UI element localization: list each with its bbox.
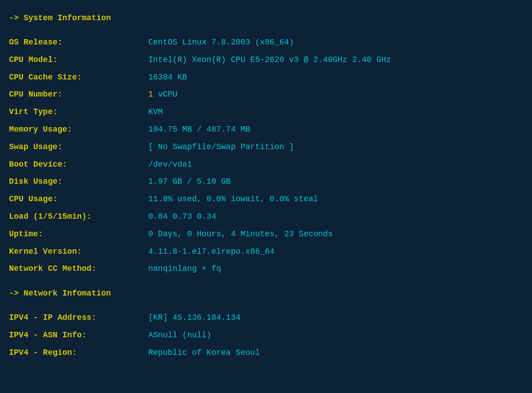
table-row: Memory Usage: 104.75 MB / 487.74 MB	[9, 123, 523, 136]
os-release-value: CentOS Linux 7.8.2003 (x86_64)	[148, 36, 294, 49]
load-label: Load (1/5/15min):	[9, 210, 148, 223]
swap-usage-label: Swap Usage:	[9, 141, 148, 154]
cpu-number-label: CPU Number:	[9, 88, 148, 101]
ipv4-region-value: Republic of Korea Seoul	[148, 346, 260, 359]
table-row: CPU Number: 1 vCPU	[9, 88, 523, 101]
table-row: IPV4 - ASN Info: ASnull (null)	[9, 329, 523, 342]
ipv4-asn-value: ASnull (null)	[148, 329, 211, 342]
cpu-model-value: Intel(R) Xeon(R) CPU E5-2620 v3 @ 2.40GH…	[148, 53, 391, 66]
virt-type-label: Virt Type:	[9, 106, 148, 119]
network-cc-label: Network CC Method:	[9, 262, 148, 275]
table-row: IPV4 - Region: Republic of Korea Seoul	[9, 346, 523, 359]
load-value: 0.84 0.73 0.34	[148, 210, 216, 223]
disk-usage-label: Disk Usage:	[9, 175, 148, 188]
network-cc-value: nanqinlang + fq	[148, 262, 221, 275]
cpu-usage-value: 11.8% used, 0.0% iowait, 0.0% steal	[148, 193, 318, 206]
cpu-cache-value: 16384 KB	[148, 71, 187, 84]
table-row: Kernel Version: 4.11.8-1.el7.elrepo.x86_…	[9, 245, 523, 258]
disk-usage-value: 1.97 GB / 5.10 GB	[148, 175, 231, 188]
uptime-label: Uptime:	[9, 228, 148, 241]
system-info-section: -> System Information OS Release: CentOS…	[9, 13, 523, 275]
table-row: Boot Device: /dev/vda1	[9, 158, 523, 171]
cpu-model-label: CPU Model:	[9, 53, 148, 66]
table-row: Swap Usage: [ No Swapfile/Swap Partition…	[9, 141, 523, 154]
table-row: Network CC Method: nanqinlang + fq	[9, 262, 523, 275]
cpu-usage-label: CPU Usage:	[9, 193, 148, 206]
ipv4-address-label: IPV4 - IP Address:	[9, 311, 148, 324]
uptime-value: 0 Days, 0 Hours, 4 Minutes, 23 Seconds	[148, 228, 332, 241]
ipv4-address-value: [KR] 45.136.184.134	[148, 311, 240, 324]
swap-usage-value: [ No Swapfile/Swap Partition ]	[148, 141, 294, 154]
boot-device-value: /dev/vda1	[148, 158, 192, 171]
table-row: OS Release: CentOS Linux 7.8.2003 (x86_6…	[9, 36, 523, 49]
table-row: Virt Type: KVM	[9, 106, 523, 119]
table-row: CPU Usage: 11.8% used, 0.0% iowait, 0.0%…	[9, 193, 523, 206]
ipv4-region-label: IPV4 - Region:	[9, 346, 148, 359]
os-release-label: OS Release:	[9, 36, 148, 49]
table-row: CPU Model: Intel(R) Xeon(R) CPU E5-2620 …	[9, 53, 523, 66]
cpu-number-value: 1 vCPU	[148, 88, 177, 101]
table-row: Load (1/5/15min): 0.84 0.73 0.34	[9, 210, 523, 223]
memory-usage-value: 104.75 MB / 487.74 MB	[148, 123, 250, 136]
kernel-version-value: 4.11.8-1.el7.elrepo.x86_64	[148, 245, 275, 258]
cpu-number-unit: vCPU	[158, 90, 177, 99]
boot-device-label: Boot Device:	[9, 158, 148, 171]
cpu-cache-label: CPU Cache Size:	[9, 71, 148, 84]
network-info-section: -> Network Infomation IPV4 - IP Address:…	[9, 289, 523, 359]
table-row: CPU Cache Size: 16384 KB	[9, 71, 523, 84]
table-row: Uptime: 0 Days, 0 Hours, 4 Minutes, 23 S…	[9, 228, 523, 241]
virt-type-value: KVM	[148, 106, 163, 119]
table-row: Disk Usage: 1.97 GB / 5.10 GB	[9, 175, 523, 188]
system-info-title: -> System Information	[9, 13, 523, 22]
ipv4-asn-label: IPV4 - ASN Info:	[9, 329, 148, 342]
memory-usage-label: Memory Usage:	[9, 123, 148, 136]
cpu-number-highlight: 1	[148, 90, 158, 99]
table-row: IPV4 - IP Address: [KR] 45.136.184.134	[9, 311, 523, 324]
kernel-version-label: Kernel Version:	[9, 245, 148, 258]
network-info-title: -> Network Infomation	[9, 289, 523, 298]
